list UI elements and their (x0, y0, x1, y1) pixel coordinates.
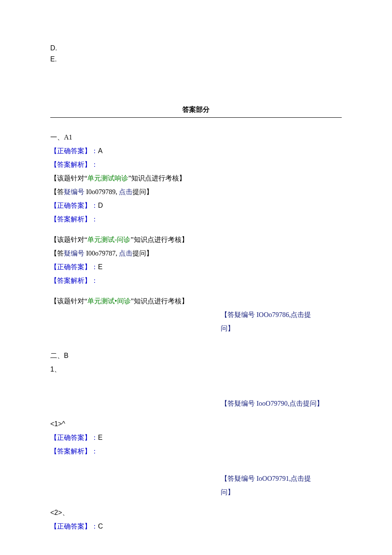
answer-a1-2: D (98, 202, 103, 209)
section-a1-header: 一、A1 (50, 131, 342, 144)
qa-id-a1-2: I00o79787 (86, 250, 115, 257)
answer-section-title: 答案部分 (182, 103, 210, 116)
topic-close: ”知识点进行考核】 (128, 174, 186, 182)
topic-close: ”知识点进行考核】 (131, 297, 188, 305)
qa-click-link[interactable]: ,点击提 (289, 475, 311, 482)
qa-open-full: 【答疑编号 (221, 400, 257, 407)
qa-open-full: 【答疑编号 (221, 311, 257, 318)
qa-id-a1-1: I0o079789 (86, 188, 115, 195)
label-analysis: 【答案解析】： (50, 447, 98, 455)
qa-click-link[interactable]: 点击 (119, 188, 133, 195)
divider (50, 117, 342, 118)
answer-b-2: C (98, 523, 103, 530)
qa-id-a1-3: IOOo79786, (257, 311, 291, 318)
b-num-1: 1、 (50, 363, 342, 376)
topic-open: 【该题针对“ (50, 174, 87, 182)
qa-ask-tail: 问】 (221, 488, 234, 496)
label-correct: 【正确答案】： (50, 263, 98, 270)
qa-mid: 疑编号 (64, 188, 86, 195)
answer-a1-1: A (98, 147, 103, 154)
option-d: D. (50, 43, 342, 54)
label-analysis: 【答案解析】： (50, 277, 98, 284)
qa-mid: 疑编号 (64, 250, 86, 257)
b-sub1-head: <1>^ (50, 417, 342, 431)
qa-ask: 提问】 (133, 188, 153, 195)
label-analysis: 【答案解析】： (50, 161, 98, 168)
section-b-header: 二、B (50, 349, 342, 363)
qa-ask-tail: 问】 (221, 325, 234, 332)
label-correct: 【正确答案】： (50, 202, 98, 209)
qa-open: 【答 (50, 188, 64, 195)
label-correct: 【正确答案】： (50, 523, 98, 530)
qa-click-link[interactable]: ,点击提问】 (288, 400, 323, 407)
topic-a1-2: 单元测试-问诊 (87, 236, 130, 243)
topic-open: 【该题针对“ (50, 236, 87, 243)
qa-id-b-1: IooO79790 (257, 400, 288, 407)
qa-click-link[interactable]: 点击提 (291, 311, 311, 318)
topic-close: ”知识点进行考核】 (130, 236, 188, 243)
topic-a1-3: 单元测试•间诊 (87, 297, 131, 305)
label-correct: 【正确答案】： (50, 434, 98, 441)
label-correct: 【正确答案】： (50, 147, 98, 154)
label-analysis: 【答案解析】： (50, 215, 98, 223)
qa-open: 【答 (50, 250, 64, 257)
qa-open-full: 【答疑编号 (221, 475, 257, 482)
qa-click-link[interactable]: 点击 (119, 250, 133, 257)
b-sub2-head: <2>、 (50, 506, 342, 520)
qa-ask: 提问】 (133, 250, 153, 257)
qa-id-b-2: IoOO79791 (257, 475, 289, 482)
answer-a1-3: E (98, 263, 103, 270)
answer-b-1: E (98, 434, 103, 441)
option-e: E. (50, 54, 342, 65)
topic-a1-1: 单元测试响诊 (87, 174, 128, 182)
topic-open: 【该题针对“ (50, 297, 87, 305)
